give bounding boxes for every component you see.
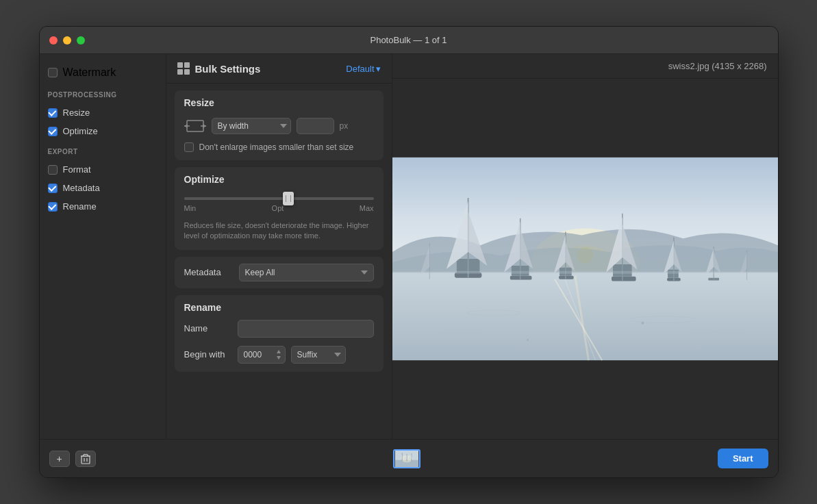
opt-label: Opt <box>272 204 284 212</box>
optimize-checkbox[interactable] <box>48 127 58 136</box>
svg-point-50 <box>641 322 644 325</box>
add-button[interactable]: + <box>49 451 70 467</box>
watermark-row: Watermark <box>48 64 158 81</box>
metadata-select[interactable]: Keep All Strip All Keep Location Keep Co… <box>239 264 374 281</box>
sidebar: Watermark POSTPROCESSING Resize Optimize… <box>40 54 166 439</box>
name-label: Name <box>184 323 232 333</box>
slider-fill <box>184 197 288 200</box>
px-value-input[interactable] <box>297 118 334 134</box>
bottom-bar: + <box>40 439 778 477</box>
resize-checkbox[interactable] <box>48 108 58 118</box>
svg-rect-52 <box>392 271 778 274</box>
sidebar-item-metadata[interactable]: Metadata <box>48 181 158 195</box>
sidebar-item-resize[interactable]: Resize <box>48 105 158 120</box>
svg-rect-9 <box>392 273 778 360</box>
window-controls <box>49 36 85 45</box>
counter-input[interactable] <box>238 346 286 364</box>
maximize-button[interactable] <box>77 36 85 45</box>
svg-marker-4 <box>203 124 206 128</box>
bulk-settings-header: Bulk Settings Default ▾ <box>166 54 392 84</box>
start-button[interactable]: Start <box>718 449 768 468</box>
app-window: PhotoBulk — 1 of 1 Watermark POSTPROCESS… <box>39 26 779 478</box>
dont-enlarge-label[interactable]: Don't enlarge images smaller than set si… <box>199 142 354 152</box>
min-label: Min <box>184 204 197 212</box>
max-label: Max <box>360 204 374 212</box>
close-button[interactable] <box>49 36 58 45</box>
titlebar: PhotoBulk — 1 of 1 <box>40 27 778 54</box>
metadata-section: Metadata Keep All Strip All Keep Locatio… <box>175 257 384 288</box>
by-width-select[interactable]: By width By height By longest side By sh… <box>212 118 291 134</box>
trash-icon <box>81 453 90 464</box>
rename-checkbox[interactable] <box>48 202 58 212</box>
format-label[interactable]: Format <box>63 164 91 175</box>
optimize-label[interactable]: Optimize <box>63 126 98 136</box>
svg-marker-2 <box>184 124 188 128</box>
minimize-button[interactable] <box>63 36 71 45</box>
rename-sidebar-label[interactable]: Rename <box>63 201 97 212</box>
preset-dropdown[interactable]: Default ▾ <box>346 64 380 74</box>
dont-enlarge-row: Don't enlarge images smaller than set si… <box>184 142 374 152</box>
slider-track <box>184 197 374 200</box>
resize-section: Resize <box>175 90 384 160</box>
resize-label[interactable]: Resize <box>63 108 90 118</box>
slider-labels: Min Opt Max <box>184 204 374 212</box>
watermark-checkbox[interactable] <box>48 68 58 77</box>
main-content: Watermark POSTPROCESSING Resize Optimize… <box>40 54 778 439</box>
svg-point-51 <box>527 339 529 341</box>
preview-filename: swiss2.jpg (4135 x 2268) <box>668 61 767 71</box>
watermark-label[interactable]: Watermark <box>63 66 116 79</box>
rename-section: Rename Name Begin with Suffix Prefix <box>175 295 384 372</box>
suffix-select[interactable]: Suffix Prefix <box>291 346 346 364</box>
center-panel: Bulk Settings Default ▾ Resize <box>166 54 392 439</box>
preview-panel: swiss2.jpg (4135 x 2268) <box>392 54 778 439</box>
metadata-sidebar-label[interactable]: Metadata <box>63 183 100 193</box>
begin-with-label: Begin with <box>184 349 232 360</box>
slider-thumb[interactable] <box>283 192 294 205</box>
optimize-section: Optimize Min Opt Max <box>175 167 384 250</box>
optimize-slider-container: Min Opt Max <box>184 192 374 215</box>
resize-controls-row: By width By height By longest side By sh… <box>184 115 374 137</box>
sidebar-item-format[interactable]: Format <box>48 162 158 177</box>
bulk-settings-left: Bulk Settings <box>177 62 261 75</box>
preset-label: Default <box>346 64 374 74</box>
thumbnail-image[interactable] <box>393 449 420 468</box>
svg-rect-22 <box>510 276 531 280</box>
sections-container: Resize <box>166 84 392 439</box>
bottom-left: + <box>49 451 96 467</box>
svg-rect-27 <box>558 276 573 279</box>
begin-with-row: Begin with Suffix Prefix <box>184 346 374 364</box>
resize-section-body: By width By height By longest side By sh… <box>175 115 384 160</box>
px-unit-label: px <box>340 121 349 131</box>
window-title: PhotoBulk — 1 of 1 <box>370 35 447 45</box>
metadata-section-title: Metadata <box>184 267 232 277</box>
grid-icon <box>177 62 190 75</box>
metadata-row: Metadata Keep All Strip All Keep Locatio… <box>175 257 384 288</box>
svg-rect-53 <box>81 456 90 464</box>
preview-image-area <box>392 79 778 439</box>
preset-arrow: ▾ <box>376 64 381 74</box>
svg-rect-32 <box>612 277 636 281</box>
bottom-center <box>393 449 420 468</box>
dont-enlarge-checkbox[interactable] <box>184 142 194 152</box>
sidebar-item-rename[interactable]: Rename <box>48 199 158 214</box>
optimize-description: Reduces file size, doesn't deteriorate t… <box>184 220 374 242</box>
export-label: EXPORT <box>48 142 158 158</box>
name-input[interactable] <box>238 320 374 338</box>
rename-name-row: Name <box>184 320 374 338</box>
format-checkbox[interactable] <box>48 165 58 175</box>
optimize-section-title: Optimize <box>175 167 384 192</box>
sidebar-item-optimize[interactable]: Optimize <box>48 124 158 138</box>
rename-section-body: Name Begin with Suffix Prefix <box>175 320 384 372</box>
resize-section-title: Resize <box>175 90 384 115</box>
preview-header: swiss2.jpg (4135 x 2268) <box>392 54 778 79</box>
metadata-checkbox[interactable] <box>48 184 58 193</box>
rename-section-title: Rename <box>175 295 384 320</box>
resize-arrows-icon <box>184 115 206 137</box>
postprocessing-label: POSTPROCESSING <box>48 86 158 101</box>
optimize-section-body: Min Opt Max Reduces file size, doesn't d… <box>175 192 384 250</box>
bulk-settings-title: Bulk Settings <box>195 63 261 75</box>
delete-button[interactable] <box>75 451 96 467</box>
